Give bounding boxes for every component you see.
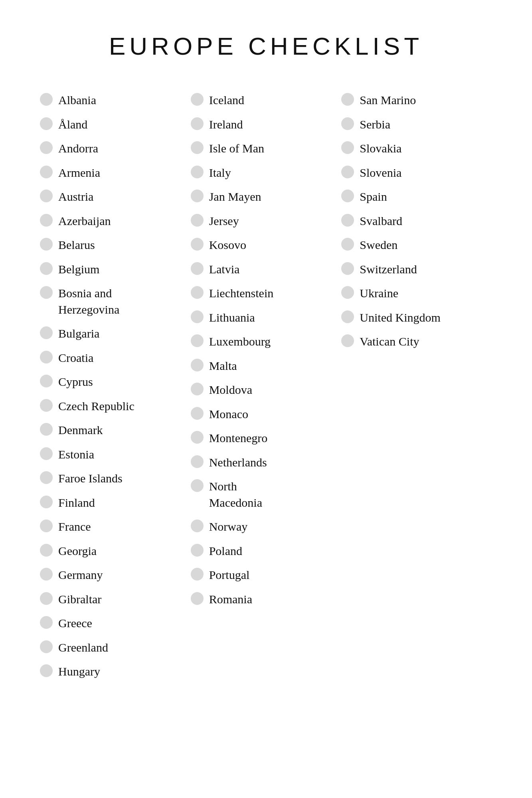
checkbox-bulgaria[interactable] xyxy=(40,326,53,339)
list-item-luxembourg[interactable]: Luxembourg xyxy=(191,330,342,354)
checkbox-san-marino[interactable] xyxy=(341,93,354,106)
checkbox-greece[interactable] xyxy=(40,616,53,629)
checkbox-spain[interactable] xyxy=(341,190,354,202)
list-item-belarus[interactable]: Belarus xyxy=(40,233,191,257)
list-item-denmark[interactable]: Denmark xyxy=(40,418,191,442)
checkbox-bosnia[interactable] xyxy=(40,286,53,299)
checkbox-faroe-islands[interactable] xyxy=(40,471,53,484)
checkbox-gibraltar[interactable] xyxy=(40,592,53,605)
list-item-jersey[interactable]: Jersey xyxy=(191,209,342,233)
list-item-hungary[interactable]: Hungary xyxy=(40,660,191,684)
checkbox-montenegro[interactable] xyxy=(191,431,204,444)
checkbox-czech-republic[interactable] xyxy=(40,399,53,412)
list-item-germany[interactable]: Germany xyxy=(40,563,191,587)
checkbox-kosovo[interactable] xyxy=(191,238,204,251)
list-item-slovakia[interactable]: Slovakia xyxy=(341,136,492,161)
list-item-cyprus[interactable]: Cyprus xyxy=(40,370,191,394)
list-item-serbia[interactable]: Serbia xyxy=(341,113,492,137)
list-item-san-marino[interactable]: San Marino xyxy=(341,88,492,113)
list-item-moldova[interactable]: Moldova xyxy=(191,378,342,402)
checkbox-greenland[interactable] xyxy=(40,640,53,653)
list-item-montenegro[interactable]: Montenegro xyxy=(191,426,342,450)
checkbox-jan-mayen[interactable] xyxy=(191,190,204,202)
checkbox-romania[interactable] xyxy=(191,592,204,605)
list-item-aland[interactable]: Åland xyxy=(40,113,191,137)
list-item-sweden[interactable]: Sweden xyxy=(341,233,492,257)
checkbox-switzerland[interactable] xyxy=(341,262,354,275)
list-item-france[interactable]: France xyxy=(40,515,191,539)
list-item-bosnia[interactable]: Bosnia and Herzegovina xyxy=(40,281,191,322)
list-item-azerbaijan[interactable]: Azerbaijan xyxy=(40,209,191,233)
list-item-monaco[interactable]: Monaco xyxy=(191,402,342,427)
checkbox-belarus[interactable] xyxy=(40,238,53,251)
list-item-albania[interactable]: Albania xyxy=(40,88,191,113)
list-item-croatia[interactable]: Croatia xyxy=(40,346,191,370)
list-item-georgia[interactable]: Georgia xyxy=(40,539,191,563)
checkbox-luxembourg[interactable] xyxy=(191,334,204,347)
list-item-spain[interactable]: Spain xyxy=(341,185,492,209)
list-item-czech-republic[interactable]: Czech Republic xyxy=(40,394,191,419)
checkbox-portugal[interactable] xyxy=(191,568,204,581)
checkbox-italy[interactable] xyxy=(191,166,204,178)
checkbox-denmark[interactable] xyxy=(40,423,53,436)
list-item-kosovo[interactable]: Kosovo xyxy=(191,233,342,257)
checkbox-latvia[interactable] xyxy=(191,262,204,275)
list-item-faroe-islands[interactable]: Faroe Islands xyxy=(40,466,191,491)
checkbox-malta[interactable] xyxy=(191,359,204,371)
checkbox-finland[interactable] xyxy=(40,496,53,508)
checkbox-ukraine[interactable] xyxy=(341,286,354,299)
list-item-austria[interactable]: Austria xyxy=(40,185,191,209)
list-item-romania[interactable]: Romania xyxy=(191,587,342,612)
list-item-iceland[interactable]: Iceland xyxy=(191,88,342,113)
checkbox-lithuania[interactable] xyxy=(191,310,204,323)
list-item-armenia[interactable]: Armenia xyxy=(40,161,191,185)
list-item-united-kingdom[interactable]: United Kingdom xyxy=(341,306,492,330)
list-item-gibraltar[interactable]: Gibraltar xyxy=(40,587,191,612)
checkbox-albania[interactable] xyxy=(40,93,53,106)
list-item-finland[interactable]: Finland xyxy=(40,491,191,515)
list-item-isle-of-man[interactable]: Isle of Man xyxy=(191,136,342,161)
checkbox-united-kingdom[interactable] xyxy=(341,310,354,323)
checkbox-norway[interactable] xyxy=(191,519,204,532)
list-item-netherlands[interactable]: Netherlands xyxy=(191,450,342,475)
list-item-portugal[interactable]: Portugal xyxy=(191,563,342,587)
list-item-estonia[interactable]: Estonia xyxy=(40,442,191,467)
list-item-ukraine[interactable]: Ukraine xyxy=(341,281,492,306)
list-item-greenland[interactable]: Greenland xyxy=(40,636,191,660)
checkbox-isle-of-man[interactable] xyxy=(191,141,204,154)
checkbox-moldova[interactable] xyxy=(191,383,204,395)
list-item-ireland[interactable]: Ireland xyxy=(191,113,342,137)
checkbox-sweden[interactable] xyxy=(341,238,354,251)
checkbox-liechtenstein[interactable] xyxy=(191,286,204,299)
checkbox-netherlands[interactable] xyxy=(191,455,204,468)
checkbox-andorra[interactable] xyxy=(40,141,53,154)
checkbox-serbia[interactable] xyxy=(341,117,354,130)
list-item-slovenia[interactable]: Slovenia xyxy=(341,161,492,185)
list-item-malta[interactable]: Malta xyxy=(191,354,342,378)
checkbox-belgium[interactable] xyxy=(40,262,53,275)
list-item-greece[interactable]: Greece xyxy=(40,611,191,636)
checkbox-slovenia[interactable] xyxy=(341,166,354,178)
list-item-north-macedonia[interactable]: North Macedonia xyxy=(191,474,342,515)
checkbox-hungary[interactable] xyxy=(40,664,53,677)
list-item-liechtenstein[interactable]: Liechtenstein xyxy=(191,281,342,306)
checkbox-svalbard[interactable] xyxy=(341,214,354,227)
checkbox-iceland[interactable] xyxy=(191,93,204,106)
checkbox-germany[interactable] xyxy=(40,568,53,581)
list-item-latvia[interactable]: Latvia xyxy=(191,257,342,282)
checkbox-slovakia[interactable] xyxy=(341,141,354,154)
checkbox-croatia[interactable] xyxy=(40,351,53,363)
checkbox-poland[interactable] xyxy=(191,544,204,557)
list-item-belgium[interactable]: Belgium xyxy=(40,257,191,282)
checkbox-cyprus[interactable] xyxy=(40,375,53,387)
list-item-vatican-city[interactable]: Vatican City xyxy=(341,330,492,354)
list-item-jan-mayen[interactable]: Jan Mayen xyxy=(191,185,342,209)
checkbox-monaco[interactable] xyxy=(191,407,204,420)
list-item-bulgaria[interactable]: Bulgaria xyxy=(40,322,191,346)
checkbox-estonia[interactable] xyxy=(40,447,53,460)
list-item-andorra[interactable]: Andorra xyxy=(40,136,191,161)
checkbox-france[interactable] xyxy=(40,519,53,532)
checkbox-aland[interactable] xyxy=(40,117,53,130)
checkbox-jersey[interactable] xyxy=(191,214,204,227)
checkbox-austria[interactable] xyxy=(40,190,53,202)
